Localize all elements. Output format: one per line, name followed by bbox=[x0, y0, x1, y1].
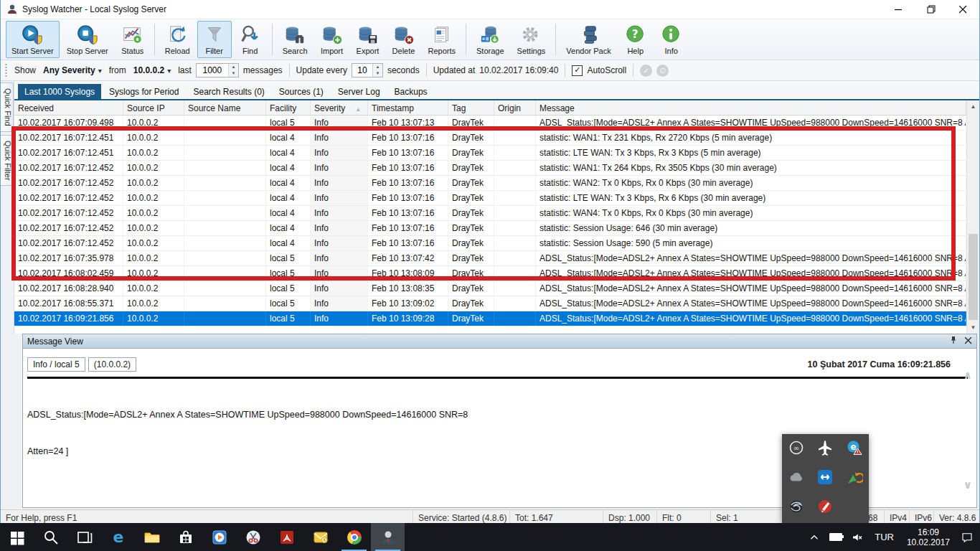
cell-severity: Info bbox=[311, 131, 368, 145]
tab-search-results-0[interactable]: Search Results (0) bbox=[187, 84, 270, 99]
taskbar-acrobat[interactable] bbox=[270, 523, 303, 551]
import-button[interactable]: Import bbox=[315, 21, 349, 58]
table-row[interactable]: 10.02.2017 16:07:12.45210.0.0.2local 4In… bbox=[14, 176, 966, 191]
cell-origin bbox=[494, 116, 536, 130]
source-value: 10.0.0.2 bbox=[133, 65, 164, 75]
table-row[interactable]: 10.02.2017 16:09:21.85610.0.0.2local 5In… bbox=[14, 311, 966, 326]
scroll-up-arrow[interactable]: ▲ bbox=[967, 100, 979, 113]
close-panel-icon[interactable] bbox=[965, 336, 972, 347]
source-dropdown[interactable]: 10.0.0.2 bbox=[131, 64, 174, 77]
tab-sources-1[interactable]: Sources (1) bbox=[273, 84, 330, 99]
column-header-severity[interactable]: Severity bbox=[311, 100, 368, 115]
tray-ccleaner[interactable] bbox=[811, 494, 839, 522]
spinner-arrows[interactable]: ▲▼ bbox=[228, 64, 238, 77]
severity-dropdown[interactable]: Any Severity bbox=[40, 64, 105, 77]
table-row[interactable]: 10.02.2017 16:07:35.97810.0.0.2local 5In… bbox=[14, 251, 966, 266]
delete-button[interactable]: Delete bbox=[387, 21, 421, 58]
taskbar-chrome[interactable] bbox=[337, 523, 371, 551]
tray-airplane-mode[interactable] bbox=[811, 435, 839, 463]
scrollbar-thumb[interactable] bbox=[969, 234, 978, 320]
table-row[interactable]: 10.02.2017 16:07:12.45210.0.0.2local 4In… bbox=[14, 161, 966, 176]
clear-filter-button[interactable]: ∅ bbox=[656, 65, 669, 77]
close-button[interactable] bbox=[947, 0, 979, 19]
reports-button[interactable]: Reports bbox=[423, 21, 462, 58]
table-row[interactable]: 10.02.2017 16:07:12.45110.0.0.2local 4In… bbox=[14, 131, 966, 146]
table-row[interactable]: 10.02.2017 16:08:02.45910.0.0.2local 5In… bbox=[14, 266, 966, 281]
settings-button[interactable]: Settings bbox=[512, 21, 552, 58]
find-button[interactable]: Find bbox=[233, 21, 268, 58]
search-button[interactable]: Search bbox=[277, 21, 314, 58]
tray-browser-swirl[interactable] bbox=[782, 494, 811, 522]
message-count-input[interactable] bbox=[197, 64, 228, 77]
start-server-button[interactable]: Start Server bbox=[6, 21, 60, 58]
column-header-received[interactable]: Received bbox=[14, 100, 123, 115]
tab-last-1000-syslogs[interactable]: Last 1000 Syslogs bbox=[18, 84, 101, 99]
taskbar-search[interactable] bbox=[34, 523, 67, 551]
side-tab-quick-find[interactable]: Quick Find bbox=[1, 83, 14, 132]
restore-button[interactable] bbox=[915, 0, 947, 19]
volume-muted-icon[interactable] bbox=[847, 523, 867, 551]
table-row[interactable]: 10.02.2017 16:07:12.45210.0.0.2local 4In… bbox=[14, 221, 966, 236]
apply-filter-button[interactable]: ✓ bbox=[640, 65, 652, 77]
status-button[interactable]: Status bbox=[116, 21, 150, 58]
spinner-arrows[interactable]: ▲▼ bbox=[372, 64, 382, 77]
language-indicator[interactable]: TUR bbox=[869, 532, 900, 542]
table-row[interactable]: 10.02.2017 16:07:12.45110.0.0.2local 4In… bbox=[14, 146, 966, 161]
taskbar-windows-start[interactable] bbox=[0, 523, 34, 551]
storage-button[interactable]: Storage bbox=[471, 21, 510, 58]
content-column: Last 1000 SyslogsSyslogs for PeriodSearc… bbox=[14, 81, 979, 334]
column-header-tag[interactable]: Tag bbox=[448, 100, 494, 115]
table-row[interactable]: 10.02.2017 16:07:12.45210.0.0.2local 4In… bbox=[14, 206, 966, 221]
tab-server-log[interactable]: Server Log bbox=[331, 84, 387, 99]
table-row[interactable]: 10.02.2017 16:08:55.37110.0.0.2local 5In… bbox=[14, 296, 966, 311]
column-header-message[interactable]: Message bbox=[536, 100, 966, 115]
update-interval-input[interactable] bbox=[352, 64, 372, 77]
taskbar-outlook[interactable] bbox=[303, 523, 337, 551]
tray-chevron-up-icon[interactable] bbox=[804, 523, 824, 551]
action-center-icon[interactable] bbox=[957, 523, 977, 551]
tray-creative-cloud[interactable]: ∞ bbox=[782, 435, 811, 463]
vertical-scrollbar[interactable]: ▲ ▼ bbox=[966, 100, 979, 334]
tab-syslogs-for-period[interactable]: Syslogs for Period bbox=[103, 84, 185, 99]
chevron-up-icon[interactable]: ∧ bbox=[963, 369, 972, 382]
info-button[interactable]: Info bbox=[654, 21, 689, 58]
autoscroll-checkbox[interactable] bbox=[572, 65, 583, 76]
side-tab-quick-filter[interactable]: Quick Filter bbox=[1, 135, 14, 187]
tray-updater[interactable] bbox=[840, 465, 869, 492]
filter-button[interactable]: Filter bbox=[197, 21, 232, 58]
taskbar-file-explorer[interactable] bbox=[135, 523, 169, 551]
taskbar-store[interactable] bbox=[169, 523, 202, 551]
export-button[interactable]: Export bbox=[351, 21, 385, 58]
table-row[interactable]: 10.02.2017 16:07:09.49810.0.0.2local 5In… bbox=[14, 116, 966, 131]
taskbar-snipping-tool[interactable] bbox=[236, 523, 270, 551]
column-header-origin[interactable]: Origin bbox=[494, 100, 536, 115]
stop-server-button[interactable]: Stop Server bbox=[61, 21, 114, 58]
tab-backups[interactable]: Backups bbox=[388, 84, 434, 99]
tray-onedrive[interactable] bbox=[782, 465, 811, 492]
scroll-down-arrow[interactable]: ▼ bbox=[967, 321, 979, 334]
column-header-timestamp[interactable]: Timestamp bbox=[368, 100, 448, 115]
table-row[interactable]: 10.02.2017 16:07:12.45210.0.0.2local 4In… bbox=[14, 236, 966, 251]
toolbar-grip[interactable] bbox=[4, 63, 8, 77]
column-header-source-name[interactable]: Source Name bbox=[184, 100, 266, 115]
battery-icon[interactable] bbox=[826, 523, 846, 551]
tray-eset[interactable]: e bbox=[840, 435, 869, 463]
table-row[interactable]: 10.02.2017 16:07:12.45210.0.0.2local 4In… bbox=[14, 191, 966, 206]
pin-icon[interactable] bbox=[949, 336, 958, 347]
cell-timestamp: Feb 10 13:07:16 bbox=[368, 191, 448, 205]
column-header-facility[interactable]: Facility bbox=[266, 100, 311, 115]
cell-source-ip: 10.0.0.2 bbox=[123, 311, 184, 326]
taskbar-syslog-watcher[interactable] bbox=[371, 523, 405, 551]
taskbar-edge[interactable]: e bbox=[101, 523, 135, 551]
tray-teamviewer[interactable] bbox=[811, 465, 839, 492]
table-row[interactable]: 10.02.2017 16:08:28.94010.0.0.2local 5In… bbox=[14, 281, 966, 296]
chevron-down-icon[interactable]: ∨ bbox=[963, 479, 972, 491]
reload-button[interactable]: Reload bbox=[159, 21, 196, 58]
taskbar-media-player[interactable] bbox=[202, 523, 236, 551]
column-header-source-ip[interactable]: Source IP bbox=[123, 100, 184, 115]
taskbar-task-view[interactable] bbox=[67, 523, 101, 551]
taskbar-clock[interactable]: 16:09 10.02.2017 bbox=[901, 527, 956, 547]
vendor-pack-button[interactable]: Vendor Pack bbox=[560, 21, 616, 58]
minimize-button[interactable] bbox=[882, 0, 915, 19]
help-button[interactable]: ?Help bbox=[618, 21, 653, 58]
